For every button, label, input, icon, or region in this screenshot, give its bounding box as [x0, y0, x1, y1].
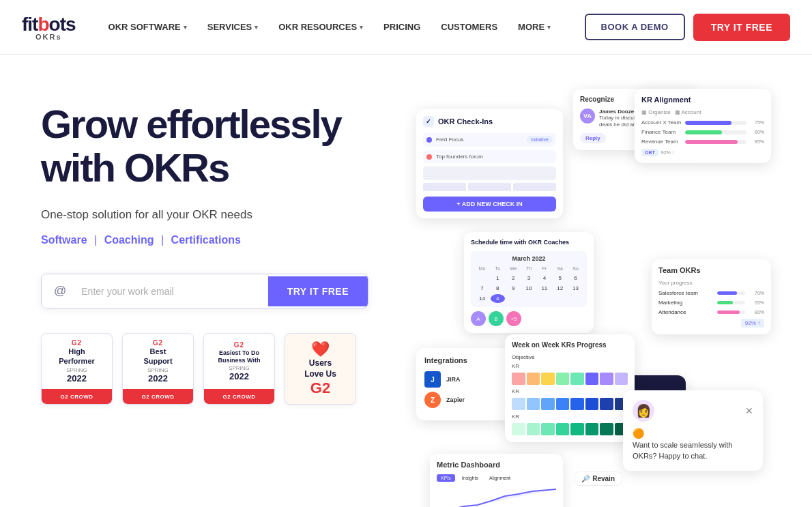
- chevron-down-icon: ▾: [255, 24, 258, 31]
- hero-section: Grow effortlessly with OKRs One-stop sol…: [0, 55, 812, 507]
- nav-pricing[interactable]: PRICING: [375, 16, 429, 38]
- nav-more[interactable]: MORE ▾: [510, 16, 559, 38]
- card-team-okrs: Team OKRs Your progress Salesforce team …: [652, 259, 771, 334]
- chat-emoji: 🟠: [633, 427, 644, 441]
- hero-left: Grow effortlessly with OKRs One-stop sol…: [41, 82, 396, 405]
- nav-services[interactable]: SERVICES ▾: [199, 16, 267, 38]
- nav-okr-resources[interactable]: OKR RESOURCES ▾: [270, 16, 371, 38]
- alignment-tab[interactable]: Alignment: [485, 474, 514, 482]
- badge-users-love: ❤️ UsersLove Us G2: [285, 333, 356, 405]
- chat-widget: 👩 ✕ 🟠 Want to scale seamlessly with OKRs…: [623, 390, 763, 471]
- coaching-link[interactable]: Coaching: [104, 234, 154, 246]
- card-metric-dashboard: Metric Dashboard KPIs Insights Alignment…: [430, 454, 563, 507]
- chevron-down-icon: ▾: [360, 24, 363, 31]
- nav-actions: BOOK A DEMO TRY IT FREE: [585, 14, 790, 41]
- insights-tab[interactable]: Insights: [458, 474, 482, 482]
- card-kr-alignment: KR Alignment ▦ Organize ▦ Account Accoun…: [635, 89, 771, 163]
- badges-section: G2 HighPerformer SPRING 2022 G2 CROWD G2…: [41, 333, 396, 405]
- badge-best-support: G2 BestSupport SPRING 2022 G2 CROWD: [122, 333, 194, 405]
- badge-high-performer: G2 HighPerformer SPRING 2022 G2 CROWD: [41, 333, 113, 405]
- hero-right-collage: ✓ OKR Check-Ins Fred Focus Initiative To…: [409, 82, 771, 491]
- navbar: fitbots OKRs OKR SOFTWARE ▾ SERVICES ▾ O…: [0, 0, 812, 55]
- software-link[interactable]: Software: [41, 234, 87, 246]
- logo[interactable]: fitbots OKRs: [22, 14, 76, 41]
- card-krs-progress: Week on Week KRs Progress Objective KR K…: [505, 334, 635, 442]
- badge-title: Easiest To DoBusiness With: [218, 349, 261, 364]
- badge-title: UsersLove Us: [304, 358, 336, 379]
- revain-badge: 🔎 Revain: [574, 472, 622, 486]
- hero-title: Grow effortlessly with OKRs: [41, 102, 396, 190]
- metric-chart: [437, 486, 556, 507]
- chevron-down-icon: ▾: [184, 24, 187, 31]
- chat-message: Want to scale seamlessly with OKRs? Happ…: [633, 440, 753, 461]
- card-schedule: Schedule time with OKR Coaches March 202…: [464, 232, 594, 333]
- add-checkin-button[interactable]: + ADD NEW CHECK IN: [423, 197, 556, 212]
- nav-links: OKR SOFTWARE ▾ SERVICES ▾ OKR RESOURCES …: [100, 16, 585, 38]
- book-demo-button[interactable]: BOOK A DEMO: [585, 14, 685, 40]
- hero-links: Software | Coaching | Certifications: [41, 234, 396, 246]
- badge-easiest: G2 Easiest To DoBusiness With SPRING 202…: [203, 333, 275, 405]
- try-it-free-nav-button[interactable]: TRY IT FREE: [693, 14, 790, 41]
- chat-close-button[interactable]: ✕: [745, 405, 753, 416]
- card-okr-checkins: ✓ OKR Check-Ins Fred Focus Initiative To…: [416, 109, 563, 218]
- kpis-tab[interactable]: KPIs: [437, 474, 455, 482]
- nav-okr-software[interactable]: OKR SOFTWARE ▾: [100, 16, 195, 38]
- hero-subtitle: One-stop solution for all your OKR needs: [41, 206, 396, 224]
- chevron-down-icon: ▾: [547, 24, 551, 31]
- certifications-link[interactable]: Certifications: [171, 234, 241, 246]
- badge-title: BestSupport: [143, 347, 172, 365]
- nav-customers[interactable]: CUSTOMERS: [433, 16, 506, 38]
- email-form: @ TRY IT FREE: [41, 274, 368, 308]
- logo-sub: OKRs: [35, 33, 62, 41]
- badge-title: HighPerformer: [59, 347, 95, 365]
- email-input[interactable]: [76, 276, 267, 306]
- try-it-free-form-button[interactable]: TRY IT FREE: [268, 276, 368, 306]
- email-icon: @: [42, 274, 76, 308]
- chat-avatar: 👩: [633, 400, 654, 422]
